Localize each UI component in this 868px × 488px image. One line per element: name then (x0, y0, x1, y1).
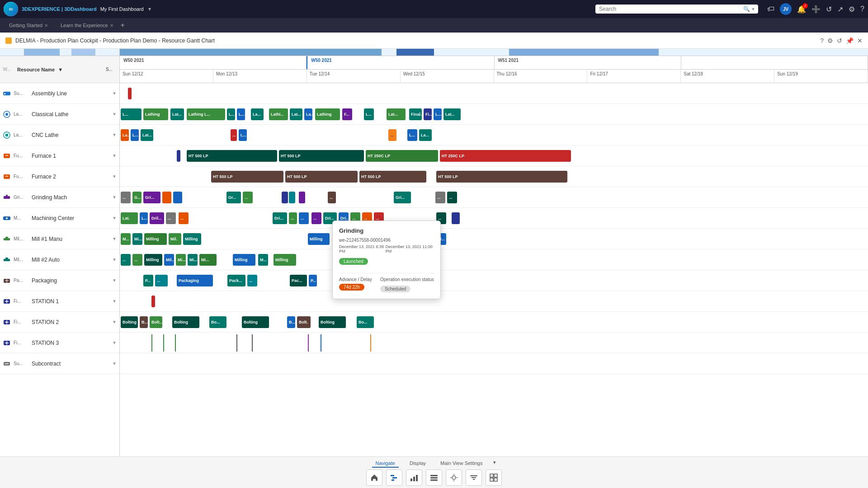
task-bar[interactable]: L... (121, 108, 142, 120)
win-close-btn[interactable]: ✕ (857, 37, 863, 44)
task-bar[interactable]: ... (328, 192, 336, 203)
task-bar[interactable]: L... (140, 212, 148, 224)
task-bar[interactable]: L... (131, 129, 139, 141)
task-bar[interactable]: Mi... (176, 254, 186, 266)
tab-learn[interactable]: Learn the Experience ✕ (55, 21, 119, 30)
expand-icon[interactable]: ▼ (112, 132, 119, 137)
expand-icon[interactable]: ▼ (112, 236, 119, 241)
task-bar[interactable] (289, 192, 295, 203)
task-bar[interactable]: La... (419, 129, 432, 141)
list-item[interactable]: Fi... STATION 1 ▼ (0, 291, 119, 312)
win-refresh-btn[interactable]: ↺ (837, 37, 842, 44)
task-bar[interactable]: G... (132, 192, 142, 203)
task-bar[interactable]: ... (155, 275, 168, 286)
task-bar[interactable]: HT 250C LP (440, 150, 571, 162)
toolbar-grid-btn[interactable] (486, 469, 502, 486)
toolbar-tab-display[interactable]: Display (406, 460, 429, 468)
task-bar[interactable] (173, 192, 182, 203)
tab-getting-started-close[interactable]: ✕ (44, 23, 48, 28)
task-bar[interactable]: Fi... (424, 108, 432, 120)
toolbar-tab-navigate[interactable]: Navigate (372, 460, 399, 468)
task-bar[interactable]: Lathing (315, 108, 340, 120)
task-bar[interactable]: Lathing (143, 108, 168, 120)
task-bar[interactable]: Gri... (143, 192, 160, 203)
toolbar-expand-icon[interactable]: ▾ (493, 460, 496, 468)
tag-icon[interactable]: 🏷 (767, 5, 774, 13)
toolbar-tab-main-view[interactable]: Main View Settings (437, 460, 486, 468)
win-pin-btn[interactable]: 📌 (846, 37, 854, 44)
task-bar[interactable]: L... (239, 129, 247, 141)
task-bar[interactable]: ... (231, 129, 237, 141)
toolbar-filter-btn[interactable] (466, 469, 482, 486)
list-item[interactable]: Fu... Furnace 2 ▼ (0, 166, 119, 187)
list-item[interactable]: Fi... STATION 3 ▼ (0, 333, 119, 353)
list-item[interactable]: Su... Assembly Line ▼ (0, 83, 119, 104)
task-bar[interactable]: Milling (308, 233, 330, 245)
task-bar[interactable]: Packaging (177, 275, 213, 286)
list-item[interactable]: M... Machining Center ▼ (0, 208, 119, 229)
task-bar[interactable]: Mil... (164, 254, 174, 266)
task-bar[interactable]: Lat... (141, 129, 153, 141)
task-bar[interactable]: M... (258, 254, 268, 266)
task-bar[interactable]: ... (121, 254, 131, 266)
task-bar[interactable]: Milling (274, 254, 296, 266)
task-bar[interactable]: Milling (183, 233, 201, 245)
toolbar-gantt-btn[interactable] (386, 469, 402, 486)
task-bar[interactable]: HT 500 LP (285, 171, 358, 183)
task-bar[interactable]: Gri... (394, 192, 411, 203)
task-bar[interactable]: Bolting (319, 316, 346, 328)
task-bar[interactable]: HT 250C LP (366, 150, 438, 162)
refresh-icon[interactable]: ↺ (826, 5, 832, 14)
expand-icon[interactable]: ▼ (112, 340, 119, 345)
task-bar[interactable]: La... (304, 108, 312, 120)
task-bar[interactable]: Lat... (290, 108, 302, 120)
toolbar-settings-btn[interactable] (446, 469, 462, 486)
search-box[interactable]: 🔍 ▾ (595, 5, 758, 14)
task-bar[interactable] (282, 192, 288, 203)
expand-icon[interactable]: ▼ (112, 112, 119, 117)
dashboard-dropdown-icon[interactable]: ▾ (148, 6, 151, 12)
task-bar[interactable]: Mi... (188, 254, 198, 266)
task-bar[interactable]: M... (121, 233, 131, 245)
task-bar[interactable] (162, 192, 171, 203)
task-bar[interactable]: ... (388, 129, 396, 141)
tab-add-button[interactable]: + (121, 21, 125, 29)
list-item[interactable]: La... CNC Lathe ▼ (0, 125, 119, 145)
task-marker[interactable] (151, 296, 155, 307)
expand-icon[interactable]: ▼ (112, 174, 119, 179)
task-bar[interactable]: ... (311, 212, 321, 224)
task-bar[interactable]: Lat. (121, 212, 138, 224)
task-bar[interactable]: Bolting (121, 316, 138, 328)
task-bar[interactable]: ... (247, 275, 257, 286)
task-bar[interactable]: L... (227, 108, 235, 120)
task-bar[interactable] (177, 150, 180, 162)
help-icon[interactable]: ? (860, 5, 864, 13)
expand-icon[interactable]: ▼ (112, 195, 119, 200)
task-bar[interactable]: Bolting (242, 316, 269, 328)
task-bar[interactable]: P... (309, 275, 317, 286)
task-bar[interactable]: ... (243, 192, 253, 203)
share-icon[interactable]: ↗ (837, 5, 843, 14)
expand-icon[interactable]: ▼ (112, 153, 119, 158)
task-bar[interactable]: Lat... (443, 108, 461, 120)
search-dropdown-icon[interactable]: ▾ (752, 6, 755, 12)
task-bar[interactable]: HT 500 LP (187, 150, 277, 162)
expand-icon[interactable]: ▼ (112, 361, 119, 366)
task-bar[interactable] (299, 192, 305, 203)
task-bar[interactable]: B... (287, 316, 295, 328)
add-icon[interactable]: ➕ (811, 5, 821, 14)
expand-icon[interactable]: ▼ (112, 91, 119, 96)
task-bar[interactable]: Bolt... (150, 316, 162, 328)
task-bar[interactable]: Lathi... (269, 108, 288, 120)
task-bar[interactable]: Final... (409, 108, 422, 120)
task-bar[interactable]: Lathing L... (187, 108, 225, 120)
task-bar[interactable]: Lat... (387, 108, 406, 120)
task-bar[interactable]: B... (140, 316, 148, 328)
task-bar[interactable]: L... (237, 108, 245, 120)
task-bar[interactable]: L... (364, 108, 374, 120)
task-bar[interactable]: F... (342, 108, 352, 120)
task-bar[interactable]: Dril... (150, 212, 164, 224)
toolbar-home-btn[interactable] (366, 469, 382, 486)
task-bar[interactable]: ... (121, 192, 131, 203)
task-bar[interactable]: ... (299, 212, 309, 224)
